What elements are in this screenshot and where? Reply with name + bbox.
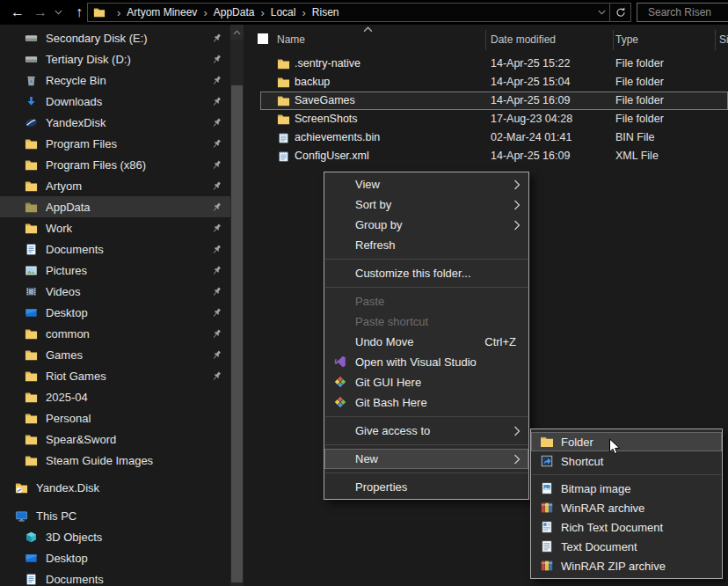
file-row-savegames-selected[interactable]: SaveGames 14-Apr-25 16:09 File folder <box>244 92 728 110</box>
file-row-achievements-bin[interactable]: achievements.bin 02-Mar-24 01:41 BIN Fil… <box>244 128 728 147</box>
menu-item-paste-shortcut: Paste shortcut <box>324 311 528 332</box>
sidebar-item-appdata[interactable]: AppData <box>0 196 230 217</box>
submenu-item-winrar-zip-archive[interactable]: WinRAR ZIP archive <box>531 556 722 575</box>
sidebar-item-personal[interactable]: Personal <box>0 407 230 429</box>
git-icon <box>333 375 347 389</box>
pin-icon <box>211 370 222 382</box>
submenu-item-rich-text-document[interactable]: Rich Text Document <box>531 517 722 537</box>
recent-locations-button[interactable] <box>51 0 65 25</box>
column-divider[interactable] <box>715 30 716 50</box>
folder-icon <box>25 370 38 383</box>
column-header-date-modified[interactable]: Date modified <box>491 33 556 46</box>
submenu-item-shortcut[interactable]: Shortcut <box>531 451 722 471</box>
current-folder-icon <box>93 6 106 18</box>
menu-item-open-with-visual-studio[interactable]: Open with Visual Studio <box>324 352 528 372</box>
scrollbar-up-button[interactable] <box>230 25 244 40</box>
sidebar-item-games[interactable]: Games <box>0 344 230 365</box>
menu-item-properties[interactable]: Properties <box>324 477 528 497</box>
folder-icon <box>25 391 38 404</box>
select-all-checkbox[interactable] <box>258 33 268 44</box>
submenu-item-folder[interactable]: Folder <box>531 432 722 451</box>
sidebar-item-videos[interactable]: Videos <box>0 281 230 302</box>
scrollbar-thumb[interactable] <box>231 85 243 582</box>
menu-item-new[interactable]: New <box>324 449 528 469</box>
menu-item-give-access-to[interactable]: Give access to <box>324 421 528 441</box>
sidebar-item-steam-guide-images[interactable]: Steam Guide Images <box>0 450 230 471</box>
file-row-screenshots[interactable]: ScreenShots 17-Aug-23 04:28 File folder <box>244 110 728 128</box>
folder-icon <box>25 327 38 341</box>
refresh-button[interactable] <box>609 4 630 21</box>
file-row-configuser-xml[interactable]: ConfigUser.xml 14-Apr-25 16:09 XML File <box>244 147 728 165</box>
sidebar-item-desktop-pc[interactable]: Desktop <box>0 547 230 568</box>
menu-item-undo-move[interactable]: Undo MoveCtrl+Z <box>324 332 528 352</box>
submenu-item-text-document[interactable]: Text Document <box>531 537 722 556</box>
file-row-backup[interactable]: backup 14-Apr-25 15:04 File folder <box>244 73 728 92</box>
menu-item-sort-by[interactable]: Sort by <box>324 194 528 215</box>
breadcrumb-segment-user[interactable]: Artyom Mineev <box>127 6 197 18</box>
breadcrumb-segment-appdata[interactable]: AppData <box>214 6 255 18</box>
column-headers: Name Date modified Type Size <box>244 25 728 55</box>
pin-icon <box>211 286 222 297</box>
breadcrumb-segment-local[interactable]: Local <box>271 6 296 18</box>
chevron-right-icon <box>513 200 521 210</box>
column-divider[interactable] <box>613 30 614 50</box>
menu-item-group-by[interactable]: Group by <box>324 215 528 235</box>
sidebar-item-desktop[interactable]: Desktop <box>0 302 230 323</box>
forward-button[interactable]: → <box>30 0 51 25</box>
sidebar-item-secondary-disk[interactable]: Secondary Disk (E:) <box>0 27 230 48</box>
menu-separator <box>325 444 528 445</box>
menu-item-view[interactable]: View <box>324 174 528 194</box>
sidebar-item-yandex-disk[interactable]: Yandex.Disk <box>0 477 230 498</box>
chevron-right-icon <box>513 454 521 465</box>
submenu-item-winrar-archive[interactable]: WinRAR archive <box>531 498 722 517</box>
column-header-type[interactable]: Type <box>615 33 638 46</box>
column-header-size[interactable]: Size <box>719 33 728 46</box>
address-dropdown-button[interactable] <box>593 4 609 21</box>
sidebar-item-work[interactable]: Work <box>0 217 230 238</box>
pin-icon <box>211 265 222 276</box>
sidebar-item-recycle-bin[interactable]: Recycle Bin <box>0 70 230 91</box>
menu-item-refresh[interactable]: Refresh <box>324 235 528 255</box>
menu-item-customize-folder[interactable]: Customize this folder... <box>324 263 528 283</box>
folder-icon <box>25 222 38 235</box>
sidebar-item-spear-and-sword[interactable]: Spear&Sword <box>0 429 230 450</box>
chevron-right-icon <box>513 179 521 190</box>
sidebar-item-riot-games[interactable]: Riot Games <box>0 365 230 386</box>
menu-separator <box>325 287 528 288</box>
back-button[interactable]: ← <box>7 0 28 25</box>
breadcrumb-segment-risen[interactable]: Risen <box>312 6 339 18</box>
pin-icon <box>211 75 222 86</box>
drive-icon <box>25 32 38 45</box>
sidebar-scrollbar[interactable] <box>230 25 244 586</box>
sidebar-item-program-files[interactable]: Program Files <box>0 133 230 154</box>
address-bar[interactable]: › Artyom Mineev › AppData › Local › Rise… <box>87 3 631 22</box>
folder-icon <box>25 179 38 193</box>
folder-icon <box>277 94 290 107</box>
sidebar-item-tertiary-disk[interactable]: Tertiary Disk (D:) <box>0 48 230 70</box>
column-header-name[interactable]: Name <box>277 33 305 46</box>
pin-icon <box>211 180 222 192</box>
menu-item-paste: Paste <box>324 291 528 311</box>
pin-icon <box>211 349 222 361</box>
sidebar-item-program-files-x86[interactable]: Program Files (x86) <box>0 154 230 175</box>
forward-icon: → <box>33 4 47 20</box>
sidebar-item-yandexdisk[interactable]: YandexDisk <box>0 112 230 133</box>
file-row-sentry-native[interactable]: .sentry-native 14-Apr-25 15:22 File fold… <box>244 55 728 73</box>
folder-icon <box>25 201 38 214</box>
search-input[interactable] <box>637 4 728 21</box>
submenu-item-bitmap-image[interactable]: Bitmap image <box>531 479 722 498</box>
sidebar-item-artyom[interactable]: Artyom <box>0 175 230 196</box>
sidebar-item-documents[interactable]: Documents <box>0 238 230 260</box>
menu-item-git-bash-here[interactable]: Git Bash Here <box>324 392 528 413</box>
sidebar-item-downloads[interactable]: Downloads <box>0 91 230 112</box>
folder-icon <box>277 113 290 126</box>
sidebar-item-this-pc[interactable]: This PC <box>0 505 230 526</box>
sidebar-item-documents-pc[interactable]: Documents <box>0 568 230 586</box>
sidebar-item-2025-04[interactable]: 2025-04 <box>0 386 230 407</box>
column-divider[interactable] <box>485 30 486 50</box>
sidebar-item-3d-objects[interactable]: 3D Objects <box>0 526 230 547</box>
sidebar-item-pictures[interactable]: Pictures <box>0 260 230 281</box>
sidebar-item-common[interactable]: common <box>0 323 230 344</box>
menu-item-git-gui-here[interactable]: Git GUI Here <box>324 372 528 392</box>
chevron-down-icon <box>598 10 606 15</box>
